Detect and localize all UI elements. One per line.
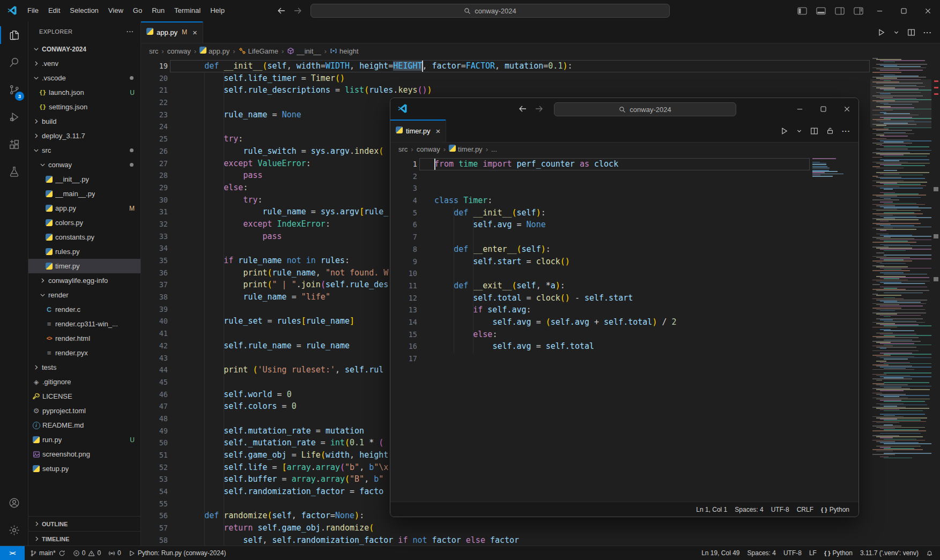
code-line-4[interactable]: 4class Timer: — [390, 195, 810, 207]
close-tab-icon[interactable]: × — [193, 28, 197, 36]
line-number[interactable]: 3 — [390, 182, 417, 195]
minimize-icon[interactable] — [788, 98, 811, 120]
activity-explorer[interactable] — [0, 21, 28, 49]
line-number[interactable]: 34 — [141, 242, 168, 255]
line-number[interactable]: 4 — [390, 195, 417, 207]
line-number[interactable]: 35 — [141, 255, 168, 267]
layout-sidebar-right-icon[interactable] — [830, 0, 849, 21]
line-number[interactable]: 43 — [141, 352, 168, 364]
tree-item-constants-py[interactable]: constants.py — [28, 230, 140, 244]
code-line-20[interactable]: 20 self.life_timer = Timer() — [141, 72, 870, 85]
more-actions-icon[interactable]: ··· — [923, 28, 932, 36]
status-cursor-position[interactable]: Ln 19, Col 49 — [698, 546, 743, 560]
line-number[interactable]: 48 — [141, 413, 168, 425]
menu-view[interactable]: View — [103, 4, 128, 18]
line-number[interactable]: 6 — [390, 219, 417, 231]
back-icon[interactable] — [277, 6, 285, 15]
line-number[interactable]: 40 — [141, 315, 168, 327]
menu-file[interactable]: File — [23, 4, 43, 18]
line-number[interactable]: 57 — [141, 522, 168, 534]
breadcrumb-src[interactable]: src — [149, 47, 158, 55]
tab-timer-py[interactable]: timer.py × — [390, 120, 446, 142]
tree-item-build[interactable]: build — [28, 114, 140, 129]
line-number[interactable]: 27 — [141, 158, 168, 170]
code-line-21[interactable]: 21 self.rule_descriptions = list(rules.k… — [141, 84, 870, 96]
back-icon[interactable] — [518, 104, 527, 113]
activity-extensions[interactable] — [0, 131, 28, 158]
minimap-slider[interactable] — [870, 79, 931, 128]
line-number[interactable]: 47 — [141, 400, 168, 413]
line-number[interactable]: 39 — [141, 303, 168, 316]
tree-item-conway[interactable]: conway — [28, 158, 140, 172]
line-number[interactable]: 31 — [141, 206, 168, 218]
tree-item-render[interactable]: render — [28, 288, 140, 302]
breadcrumb-conway[interactable]: conway — [167, 47, 191, 55]
tree-item-deploy-3-11-7[interactable]: deploy_3.11.7 — [28, 129, 140, 143]
line-number[interactable]: 30 — [141, 194, 168, 206]
line-number[interactable]: 49 — [141, 425, 168, 437]
status-language-mode[interactable]: { }Python — [820, 546, 856, 560]
line-number[interactable]: 22 — [141, 96, 168, 109]
line-number[interactable]: 41 — [141, 327, 168, 340]
forward-icon[interactable] — [294, 6, 302, 15]
status-item[interactable]: UTF-8 — [767, 503, 793, 517]
breadcrumb-conway[interactable]: conway — [417, 145, 440, 153]
line-number[interactable]: 19 — [141, 60, 168, 72]
run-python-file-icon[interactable] — [877, 28, 885, 36]
tree-item-rules-py[interactable]: rules.py — [28, 244, 140, 259]
activity-testing[interactable] — [0, 158, 28, 185]
code-line-3[interactable]: 3 — [390, 182, 810, 195]
line-number[interactable]: 28 — [141, 169, 168, 182]
status-ports[interactable]: 0 — [105, 546, 125, 560]
run-dropdown-icon[interactable] — [893, 29, 899, 35]
status-item[interactable]: Spaces: 4 — [731, 503, 767, 517]
line-number[interactable]: 10 — [390, 267, 417, 280]
code-line-2[interactable]: 2 — [390, 170, 810, 183]
line-number[interactable]: 12 — [390, 292, 417, 304]
status-python-interpreter[interactable]: 3.11.7 ('.venv': venv) — [856, 546, 922, 560]
line-number[interactable]: 24 — [141, 121, 168, 133]
tree-item-pyproject-toml[interactable]: ⚙pyproject.toml — [28, 404, 140, 418]
status-python-run-task[interactable]: Python: Run.py (conway-2024) — [125, 546, 230, 560]
tree-root[interactable]: CONWAY-2024 — [28, 42, 140, 56]
more-actions-icon[interactable]: ··· — [842, 127, 850, 135]
status-item[interactable]: Ln 1, Col 1 — [692, 503, 731, 517]
line-number[interactable]: 29 — [141, 182, 168, 194]
line-number[interactable]: 20 — [141, 72, 168, 85]
activity-search[interactable] — [0, 49, 28, 76]
status-git-branch[interactable]: main* — [26, 546, 69, 560]
activity-run-debug[interactable] — [0, 103, 28, 131]
menu-terminal[interactable]: Terminal — [169, 4, 205, 18]
tree-item-render-c[interactable]: Crender.c — [28, 302, 140, 317]
code-line-58[interactable]: 58 self, self.randomization_factor if no… — [141, 534, 870, 546]
code-line-17[interactable]: 17 — [390, 353, 810, 365]
tree-item-timer-py[interactable]: timer.py — [28, 259, 140, 273]
forward-icon[interactable] — [535, 104, 544, 113]
line-number[interactable]: 56 — [141, 510, 168, 522]
close-icon[interactable] — [835, 98, 858, 120]
menu-run[interactable]: Run — [147, 4, 169, 18]
split-editor-icon[interactable] — [810, 127, 818, 135]
line-number[interactable]: 15 — [390, 328, 417, 341]
tree-item-run-py[interactable]: run.pyU — [28, 432, 140, 447]
line-number[interactable]: 25 — [141, 133, 168, 145]
code-editor-timer-py[interactable]: 1from time import perf_counter as clock2… — [390, 156, 810, 502]
tree-item-readme-md[interactable]: iREADME.md — [28, 418, 140, 432]
line-number[interactable]: 32 — [141, 218, 168, 230]
line-number[interactable]: 58 — [141, 534, 168, 546]
minimap[interactable] — [870, 58, 931, 546]
activity-accounts[interactable] — [0, 489, 28, 517]
code-line-57[interactable]: 57 return self.game_obj.randomize( — [141, 522, 870, 534]
line-number[interactable]: 21 — [141, 84, 168, 96]
activity-settings[interactable] — [0, 517, 28, 544]
tree-item-settings-json[interactable]: {}settings.json — [28, 100, 140, 114]
line-number[interactable]: 11 — [390, 280, 417, 292]
line-number[interactable]: 2 — [390, 170, 417, 183]
close-icon[interactable] — [916, 0, 940, 21]
code-line-1[interactable]: 1from time import perf_counter as clock — [390, 158, 810, 170]
tree-item-conwaylife-egg-info[interactable]: conwaylife.egg-info — [28, 273, 140, 288]
section-timeline[interactable]: TIMELINE — [28, 531, 140, 546]
tree-item--vscode[interactable]: .vscode — [28, 71, 140, 85]
menu-edit[interactable]: Edit — [43, 4, 65, 18]
line-number[interactable]: 55 — [141, 498, 168, 510]
